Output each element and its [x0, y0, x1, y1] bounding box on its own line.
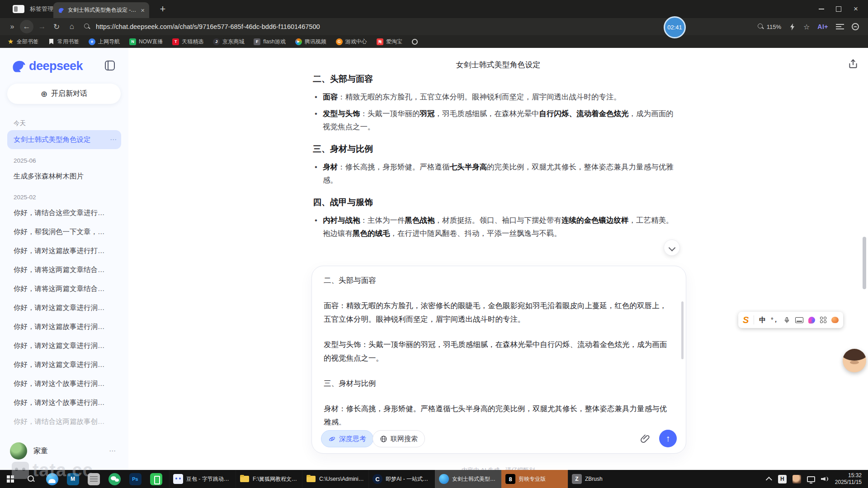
prompt-editor[interactable]: 二、头部与面容面容：精致无暇的东方脸孔，浓密修长的眼睫毛，金色眼影宛如羽毛沿着眼…: [324, 273, 672, 425]
forward-icon[interactable]: →: [36, 22, 48, 31]
share-upload-icon[interactable]: [847, 58, 859, 70]
bookmark-item[interactable]: ★全部书签: [7, 38, 38, 46]
ime-pet-icon[interactable]: [831, 317, 839, 323]
message-section-heading: 二、头部与面容: [313, 73, 677, 85]
deepseek-logo[interactable]: deepseek: [11, 58, 119, 74]
chat-history-item[interactable]: 你好，请对这篇文章进行润色并...: [7, 336, 121, 355]
taskbar-app-wechat[interactable]: [104, 470, 125, 488]
bookmark-item[interactable]: G游戏中心: [336, 38, 367, 46]
deepseek-favicon-icon: [58, 7, 65, 14]
maximize-icon[interactable]: [830, 0, 847, 18]
turbo-lightning-icon[interactable]: [789, 23, 796, 31]
user-profile[interactable]: 家童 ⋯: [7, 439, 121, 463]
taskbar-app-photoshop[interactable]: Ps: [125, 470, 146, 488]
bookmark-item[interactable]: ▶腾讯视频: [295, 38, 326, 46]
zoom-control[interactable]: 115%: [758, 23, 781, 30]
bookmark-item[interactable]: T天猫精选: [172, 38, 203, 46]
microphone-icon[interactable]: [783, 316, 790, 324]
browser-tab-active[interactable]: 女剑士韩式美型角色设定 - De ×: [53, 2, 149, 18]
floating-assistant-avatar[interactable]: [843, 349, 866, 372]
tw-zbrush-icon: Z: [572, 474, 582, 484]
taskbar-window-button[interactable]: 8剪映专业版: [501, 470, 568, 488]
chat-history-item[interactable]: 女剑士韩式美型角色设定⋯: [7, 130, 121, 149]
bookmark-item[interactable]: NNOW直播: [129, 38, 163, 46]
screen-recording-timer-badge[interactable]: 02:41: [664, 16, 686, 38]
ime-punctuation-toggle[interactable]: °，: [771, 316, 778, 324]
scroll-to-bottom-button[interactable]: [664, 239, 680, 256]
deepseek-page: deepseek ⊕ 开启新对话 今天女剑士韩式美型角色设定⋯2025-06生成…: [0, 48, 868, 470]
chat-history-item[interactable]: 你好，请对这篇文章进行润色并...: [7, 298, 121, 317]
ime-skin-icon[interactable]: [808, 317, 815, 324]
chat-history-item[interactable]: 你好，请对这篇故事进行打分。: [7, 241, 121, 260]
chat-history-item[interactable]: 生成多张森林树木图片: [7, 167, 121, 186]
sogou-logo-icon[interactable]: S: [743, 315, 749, 325]
taskbar-window-label: F:\翼狐网教程文件...: [253, 475, 298, 483]
bookmark-item[interactable]: e上网导航: [89, 38, 120, 46]
chat-item-more-icon[interactable]: ⋯: [110, 130, 117, 149]
tab-close-icon[interactable]: ×: [141, 7, 145, 14]
chat-history-item[interactable]: 你好，请结合这些文章进行润色...: [7, 203, 121, 222]
new-chat-button[interactable]: ⊕ 开启新对话: [7, 84, 121, 104]
bookmark-item[interactable]: Fflash游戏: [254, 38, 285, 46]
search-icon: [84, 23, 90, 30]
taskbar-window-button[interactable]: C即梦AI - 一站式AI...: [368, 470, 435, 488]
taskbar-window-button[interactable]: 女剑士韩式美型角...: [435, 470, 501, 488]
message-composer[interactable]: 二、头部与面容面容：精致无暇的东方脸孔，浓密修长的眼睫毛，金色眼影宛如羽毛沿着眼…: [311, 266, 686, 454]
tray-chevron-up-icon[interactable]: [766, 477, 772, 483]
message-bullet-list: 内衬与战袍：主体为一件黑色战袍，材质挺括。领口、袖口与下摆处带有连续的金色镶边纹…: [313, 214, 677, 240]
start-button[interactable]: [0, 470, 21, 488]
chat-history-item[interactable]: 你好，请结合这两篇故事创作出...: [7, 412, 121, 431]
new-tab-button[interactable]: +: [156, 3, 170, 16]
chat-history-item[interactable]: 你好，请对这个故事进行润色并...: [7, 393, 121, 412]
chat-history-item[interactable]: 你好，请将这两篇文章结合进行...: [7, 279, 121, 298]
ime-language-mode[interactable]: 中: [759, 316, 766, 324]
taskbar-window-button[interactable]: 豆包 - 字节跳动旗...: [169, 470, 236, 488]
taskbar-app-phone[interactable]: [146, 470, 166, 488]
taskbar-window-button[interactable]: C:\Users\Adminis...: [302, 470, 368, 488]
reading-list-icon[interactable]: [836, 24, 844, 29]
clock[interactable]: 15:32 2025/11/15: [835, 472, 862, 486]
minimize-icon[interactable]: [813, 0, 830, 18]
bookmark-item[interactable]: 常用书签: [48, 38, 79, 46]
tray-app-icon[interactable]: H: [778, 475, 787, 483]
bookmark-item[interactable]: J京东商城: [213, 38, 244, 46]
page-scrollbar[interactable]: [863, 237, 866, 289]
deep-think-toggle[interactable]: 深度思考: [321, 430, 373, 447]
ime-toolbox-icon[interactable]: [820, 317, 826, 323]
bookmark-item[interactable]: [412, 39, 418, 45]
chat-history-item[interactable]: 你好，请将这两篇文章结合进行...: [7, 260, 121, 279]
taskbar-app-quark[interactable]: [42, 470, 62, 488]
volume-icon[interactable]: [821, 475, 829, 483]
web-search-toggle[interactable]: 联网搜索: [373, 430, 425, 447]
chat-history-item[interactable]: 你好，请对这篇故事进行润色并...: [7, 317, 121, 336]
sidebar-collapse-icon[interactable]: [105, 61, 115, 70]
taskbar-window-button[interactable]: ZZBrush: [568, 470, 634, 488]
bookmark-item[interactable]: 淘爱淘宝: [377, 38, 402, 46]
composer-scrollbar[interactable]: [681, 301, 684, 359]
chat-history-item[interactable]: 你好，请对这个故事进行润色并...: [7, 374, 121, 393]
taskbar-app-maya[interactable]: M: [62, 470, 83, 488]
ai-assistant-button[interactable]: AI+: [817, 23, 828, 30]
window-menu-icon[interactable]: [13, 5, 24, 13]
address-bar[interactable]: https://chat.deepseek.com/a/chat/s/9716e…: [96, 18, 320, 35]
home-icon[interactable]: ⌂: [66, 22, 78, 31]
close-window-icon[interactable]: ×: [847, 0, 864, 18]
soft-keyboard-icon[interactable]: [795, 317, 803, 323]
user-more-icon[interactable]: ⋯: [109, 447, 116, 455]
extensions-chevrons-icon[interactable]: »: [6, 23, 18, 31]
taskbar-window-button[interactable]: F:\翼狐网教程文件...: [236, 470, 302, 488]
attachment-paperclip-icon[interactable]: [640, 433, 651, 444]
back-icon[interactable]: ←: [20, 20, 33, 33]
taskbar-search-button[interactable]: [21, 470, 42, 488]
refresh-icon[interactable]: ↻: [51, 22, 62, 32]
chat-history-item[interactable]: 你好，请对这篇文章进行润色并...: [7, 355, 121, 374]
network-icon[interactable]: [807, 476, 815, 482]
browser-menu-icon[interactable]: [852, 23, 859, 30]
chat-history-item[interactable]: 你好，帮我润色一下文章，并进...: [7, 222, 121, 241]
taskbar-app-notepad[interactable]: [83, 470, 104, 488]
favorite-star-icon[interactable]: ☆: [803, 23, 810, 31]
nav-bookmark-icon: e: [89, 38, 95, 45]
send-button[interactable]: ↑: [659, 430, 677, 447]
tray-avatar-icon[interactable]: [793, 475, 801, 483]
quark-browser-icon: [46, 473, 58, 485]
